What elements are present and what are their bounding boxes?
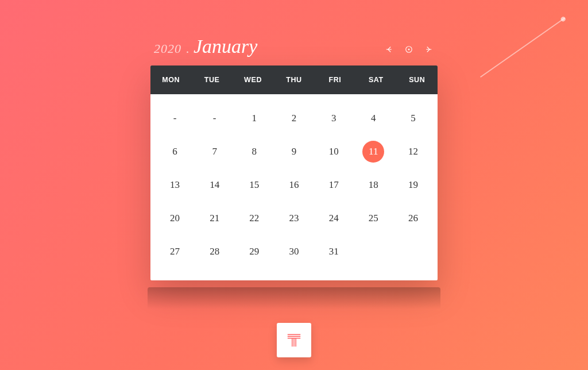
weekday-label: FRI bbox=[315, 65, 355, 94]
day-cell[interactable]: 6 bbox=[155, 140, 195, 163]
next-month-button[interactable] bbox=[423, 44, 434, 55]
day-cell[interactable]: 15 bbox=[234, 174, 274, 196]
title-separator: . bbox=[186, 43, 189, 56]
logo-badge bbox=[277, 323, 311, 357]
target-icon bbox=[404, 44, 414, 55]
day-cell[interactable]: 21 bbox=[195, 207, 234, 230]
day-cell[interactable]: 24 bbox=[314, 207, 354, 230]
day-cell[interactable]: 29 bbox=[234, 240, 274, 263]
today-button[interactable] bbox=[403, 44, 415, 55]
day-cell[interactable]: 16 bbox=[274, 174, 314, 196]
weekday-label: SUN bbox=[397, 65, 438, 94]
month-label: January bbox=[194, 36, 257, 57]
days-grid: --12345678910111213141516171819202122232… bbox=[150, 94, 438, 280]
weekday-label: MON bbox=[150, 65, 191, 94]
arrow-right-icon bbox=[423, 44, 434, 55]
day-cell[interactable]: 9 bbox=[274, 140, 314, 163]
day-cell[interactable]: 25 bbox=[354, 207, 393, 230]
calendar-title: 2020 . January bbox=[154, 36, 257, 57]
day-cell[interactable]: 7 bbox=[195, 140, 234, 163]
day-cell[interactable]: 23 bbox=[274, 207, 314, 230]
day-cell[interactable]: 10 bbox=[314, 140, 354, 163]
logo-t-icon bbox=[285, 331, 303, 349]
day-cell[interactable]: 17 bbox=[314, 174, 354, 196]
day-cell[interactable]: 14 bbox=[195, 174, 234, 196]
calendar-card: MON TUE WED THU FRI SAT SUN --1234567891… bbox=[150, 65, 438, 280]
day-cell[interactable]: 22 bbox=[234, 207, 274, 230]
year-label: 2020 bbox=[154, 41, 181, 56]
decorative-line bbox=[480, 17, 566, 78]
day-cell[interactable]: 20 bbox=[155, 207, 195, 230]
weekday-label: SAT bbox=[355, 65, 396, 94]
day-cell[interactable]: 8 bbox=[234, 140, 274, 163]
calendar-nav bbox=[384, 44, 434, 57]
day-cell[interactable]: 12 bbox=[393, 140, 433, 163]
calendar-header: 2020 . January bbox=[150, 36, 438, 65]
day-cell[interactable]: 1 bbox=[234, 107, 274, 130]
card-slot-shadow bbox=[148, 287, 440, 309]
weekday-label: WED bbox=[233, 65, 273, 94]
day-cell[interactable]: 3 bbox=[314, 107, 354, 130]
day-cell[interactable]: 30 bbox=[274, 240, 314, 263]
day-cell[interactable]: 2 bbox=[274, 107, 314, 130]
empty-day-cell: - bbox=[155, 107, 195, 130]
day-cell[interactable]: 19 bbox=[393, 174, 433, 196]
weekday-header-row: MON TUE WED THU FRI SAT SUN bbox=[150, 65, 438, 94]
calendar-widget: 2020 . January MON TUE WED THU FRI SAT S… bbox=[150, 36, 438, 280]
weekday-label: THU bbox=[273, 65, 314, 94]
day-cell[interactable]: 31 bbox=[314, 240, 354, 263]
weekday-label: TUE bbox=[191, 65, 232, 94]
empty-day-cell: - bbox=[195, 107, 234, 130]
day-cell[interactable]: 13 bbox=[155, 174, 195, 196]
prev-month-button[interactable] bbox=[384, 44, 395, 55]
day-cell[interactable]: 27 bbox=[155, 240, 195, 263]
day-cell[interactable]: 18 bbox=[354, 174, 393, 196]
day-cell[interactable]: 5 bbox=[393, 107, 433, 130]
arrow-left-icon bbox=[384, 44, 394, 55]
day-cell[interactable]: 26 bbox=[393, 207, 433, 230]
day-cell[interactable]: 11 bbox=[354, 140, 393, 163]
day-cell[interactable]: 4 bbox=[354, 107, 393, 130]
svg-point-1 bbox=[408, 49, 410, 51]
day-cell[interactable]: 28 bbox=[195, 240, 234, 263]
